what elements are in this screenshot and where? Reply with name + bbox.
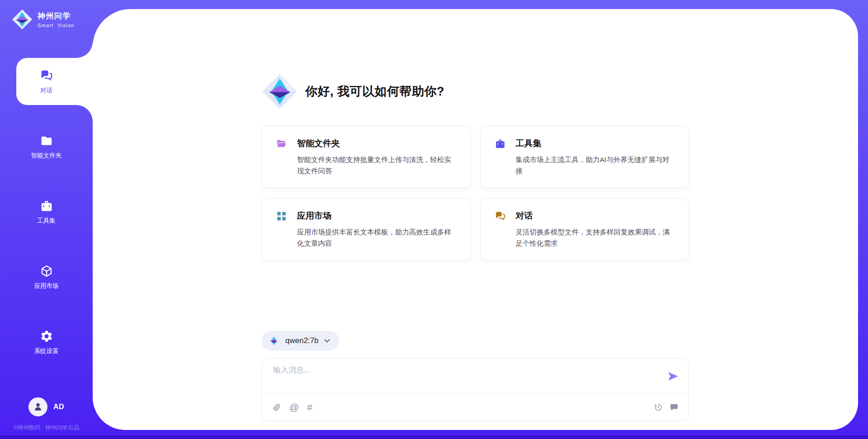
- message-input[interactable]: [273, 365, 667, 393]
- attach-file-button[interactable]: [272, 403, 281, 412]
- chevron-down-icon: [324, 339, 330, 343]
- brand-name: 神州问学: [38, 11, 75, 21]
- sidebar-item-label: 对话: [40, 86, 52, 95]
- toolbox-icon: [495, 138, 506, 149]
- hashtag-icon: #: [307, 402, 312, 412]
- topic-button[interactable]: #: [307, 402, 312, 412]
- page-title: 你好, 我可以如何帮助你?: [305, 83, 444, 100]
- tab-curve-top: [76, 42, 93, 58]
- sidebar-bottom: AD ©神州数码 · 神州问学出品: [0, 397, 93, 432]
- new-chat-button[interactable]: [670, 403, 679, 412]
- at-icon: @: [289, 402, 299, 412]
- card-chat[interactable]: 对话 灵活切换多模型文件，支持多样回复效果调试，满足个性化需求: [481, 198, 689, 261]
- active-tab-background: [16, 58, 93, 105]
- card-description: 智能文件夹功能支持批量文件上传与清洗，轻松实现文件问答: [297, 154, 457, 177]
- grid-icon: [276, 210, 287, 222]
- composer-toolbar: @ #: [262, 393, 689, 421]
- gear-icon: [40, 329, 53, 343]
- person-icon: [33, 401, 43, 412]
- toolbar-left: @ #: [272, 402, 654, 412]
- card-smart-folder[interactable]: 智能文件夹 智能文件夹功能支持批量文件上传与清洗，轻松实现文件问答: [262, 126, 471, 188]
- sidebar-item-label: 应用市场: [34, 282, 59, 290]
- bottom-edge-bar: [0, 435, 868, 439]
- brand-logo: 神州问学 Smart Vision: [0, 0, 93, 30]
- card-header: 智能文件夹: [276, 138, 457, 149]
- greeting-header: 你好, 我可以如何帮助你?: [262, 72, 689, 110]
- model-selector[interactable]: qwen2:7b: [262, 331, 339, 351]
- avatar: [28, 397, 47, 416]
- sidebar-item-chat[interactable]: 对话: [0, 58, 93, 105]
- card-title: 对话: [516, 210, 533, 222]
- folder-icon: [40, 134, 53, 148]
- gem-logo-icon: [12, 9, 33, 30]
- card-header: 对话: [495, 210, 675, 222]
- sidebar-item-app-market[interactable]: 应用市场: [0, 253, 93, 301]
- history-button[interactable]: [654, 403, 663, 412]
- card-description: 灵活切换多模型文件，支持多样回复效果调试，满足个性化需求: [516, 226, 675, 249]
- card-app-market[interactable]: 应用市场 应用市场提供丰富长文本模板，助力高效生成多样化文章内容: [262, 198, 471, 261]
- brand-subtitle: Smart Vision: [38, 23, 75, 28]
- send-button[interactable]: [667, 370, 679, 384]
- brand-text: 神州问学 Smart Vision: [38, 11, 75, 28]
- sidebar-item-label: 工具集: [37, 217, 56, 225]
- card-description: 应用市场提供丰富长文本模板，助力高效生成多样化文章内容: [297, 226, 457, 249]
- mention-button[interactable]: @: [289, 402, 299, 412]
- model-name: qwen2:7b: [285, 336, 319, 345]
- user-profile[interactable]: AD: [28, 397, 64, 416]
- sidebar-item-toolset[interactable]: 工具集: [0, 188, 93, 235]
- card-title: 工具集: [516, 138, 542, 149]
- open-folder-icon: [276, 138, 287, 149]
- feature-cards: 智能文件夹 智能文件夹功能支持批量文件上传与清洗，轻松实现文件问答 工具集 集成…: [262, 126, 689, 261]
- chat-solid-icon: [670, 403, 679, 412]
- card-title: 智能文件夹: [297, 138, 340, 149]
- toolbar-right: [654, 403, 679, 412]
- main-content: 你好, 我可以如何帮助你? 智能文件夹 智能文件夹功能支持批量文件上传与清洗，轻…: [262, 9, 689, 421]
- send-icon: [667, 370, 679, 382]
- toolbox-icon: [40, 199, 53, 213]
- gem-logo-icon: [268, 335, 280, 347]
- message-composer: @ #: [262, 358, 689, 421]
- app-window: 神州问学 Smart Vision 对话 智能文件夹 工具集: [0, 0, 868, 439]
- card-toolset[interactable]: 工具集 集成市场上主流工具，助力AI与外界无缝扩展与对接: [481, 126, 689, 188]
- chat-bubbles-icon: [40, 69, 53, 82]
- paperclip-icon: [272, 403, 281, 412]
- chat-bubbles-icon: [495, 210, 506, 222]
- cube-icon: [40, 264, 53, 278]
- sidebar-item-settings[interactable]: 系统设置: [0, 319, 93, 366]
- card-header: 工具集: [495, 138, 675, 149]
- sidebar-item-smart-folder[interactable]: 智能文件夹: [0, 123, 93, 170]
- sidebar: 神州问学 Smart Vision 对话 智能文件夹 工具集: [0, 0, 93, 439]
- user-name: AD: [53, 403, 64, 411]
- card-title: 应用市场: [297, 210, 331, 222]
- sidebar-item-label: 系统设置: [34, 347, 59, 355]
- sidebar-nav: 对话 智能文件夹 工具集 应用市场 系统设置: [0, 58, 93, 384]
- composer-input-row: [262, 358, 689, 393]
- sidebar-item-label: 智能文件夹: [31, 152, 62, 160]
- card-description: 集成市场上主流工具，助力AI与外界无缝扩展与对接: [516, 154, 675, 177]
- copyright-text: ©神州数码 · 神州问学出品: [14, 424, 79, 432]
- gem-logo-icon: [262, 73, 298, 110]
- card-header: 应用市场: [276, 210, 457, 222]
- history-icon: [654, 403, 663, 412]
- main-panel: 你好, 我可以如何帮助你? 智能文件夹 智能文件夹功能支持批量文件上传与清洗，轻…: [93, 9, 858, 430]
- tab-curve-bottom: [76, 105, 93, 121]
